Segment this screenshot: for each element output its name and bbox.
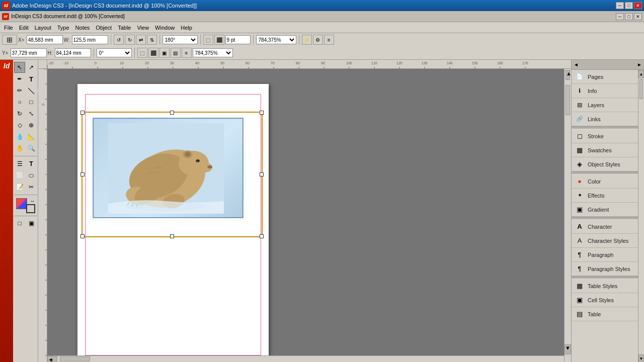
line-tool[interactable]: │ bbox=[23, 82, 39, 98]
flip-v-icon[interactable]: ⇅ bbox=[147, 35, 157, 45]
rotate-tool[interactable]: ↻ bbox=[14, 108, 25, 119]
canvas-area[interactable]: -20 -10 0 10 20 30 40 50 60 bbox=[38, 60, 571, 362]
menu-edit[interactable]: Edit bbox=[16, 24, 32, 32]
toolbar2-icon1[interactable]: ⬚ bbox=[137, 48, 147, 58]
hscroll-thumb[interactable] bbox=[60, 356, 90, 361]
menu-view[interactable]: View bbox=[134, 24, 152, 32]
panel-gradient[interactable]: ▣ Gradient bbox=[572, 203, 644, 217]
measure-tool[interactable]: 📐 bbox=[26, 131, 37, 142]
handle-bl[interactable] bbox=[80, 234, 85, 238]
menu-window[interactable]: Window bbox=[152, 24, 178, 32]
normal-view-tool[interactable]: □ bbox=[14, 218, 25, 229]
ellipse-tool[interactable]: ○ bbox=[14, 97, 25, 108]
y-input[interactable] bbox=[11, 48, 47, 57]
flip-h-icon[interactable]: ⇄ bbox=[136, 35, 146, 45]
h-input[interactable] bbox=[55, 48, 91, 57]
panel-table[interactable]: ▤ Table bbox=[572, 307, 644, 321]
w-input[interactable] bbox=[72, 35, 108, 44]
panel-arrow-right[interactable]: ► bbox=[637, 62, 642, 67]
handle-tc[interactable] bbox=[170, 111, 174, 115]
menu-layout[interactable]: Layout bbox=[32, 24, 54, 32]
toolbar2-icon4[interactable]: ▤ bbox=[171, 48, 181, 58]
toolbar2-icon2[interactable]: ⬛ bbox=[148, 48, 158, 58]
inner-minimize-button[interactable]: ─ bbox=[616, 13, 624, 20]
fill-color[interactable] bbox=[16, 198, 27, 209]
angle-select[interactable]: 180° 0° 90° 270° bbox=[163, 35, 198, 44]
menu-notes[interactable]: Notes bbox=[72, 24, 93, 32]
metrics-grid-icon[interactable]: ⊞ bbox=[2, 35, 17, 45]
shear-tool[interactable]: ◇ bbox=[14, 120, 25, 131]
panel-effects[interactable]: ✦ Effects bbox=[572, 189, 644, 203]
image-frame[interactable] bbox=[82, 112, 263, 237]
handle-ml[interactable] bbox=[80, 172, 85, 176]
handle-mr[interactable] bbox=[260, 172, 264, 176]
transform-tool[interactable]: ⊕ bbox=[26, 120, 37, 131]
zoom-select[interactable]: 784,375% bbox=[256, 35, 296, 44]
frame-type-tool[interactable]: T bbox=[26, 158, 37, 169]
frame-rect-tool[interactable]: ⬜ bbox=[14, 170, 25, 181]
inner-maximize-button[interactable]: □ bbox=[625, 13, 633, 20]
hscroll-left-btn[interactable]: ◄ bbox=[47, 356, 57, 362]
scissors-tool[interactable]: ✂ bbox=[26, 182, 37, 193]
rotate-ccw-icon[interactable]: ↺ bbox=[114, 35, 124, 45]
panel-arrow-left[interactable]: ◄ bbox=[574, 62, 579, 67]
horizontal-scrollbar[interactable]: ◄ bbox=[47, 355, 564, 362]
note-tool[interactable]: 📝 bbox=[14, 182, 25, 193]
toolbar-icon-group2[interactable]: ⬛ bbox=[214, 35, 224, 45]
panel-swatches[interactable]: ▦ Swatches bbox=[572, 143, 644, 157]
x-input[interactable] bbox=[27, 35, 63, 44]
panel-scrollbar[interactable]: ▲ ▼ bbox=[638, 70, 644, 362]
menu-type[interactable]: Type bbox=[54, 24, 72, 32]
panel-cell-styles[interactable]: ▣ Cell Styles bbox=[572, 293, 644, 307]
color-selector[interactable]: ↔ bbox=[16, 198, 35, 213]
swap-colors-icon[interactable]: ↔ bbox=[30, 198, 35, 204]
panel-paragraph-styles[interactable]: ¶ Paragraph Styles bbox=[572, 262, 644, 276]
panel-character-styles[interactable]: A Character Styles bbox=[572, 234, 644, 248]
zoom-tool[interactable]: 🔍 bbox=[26, 143, 37, 154]
panel-object-styles[interactable]: ◈ Object Styles bbox=[572, 157, 644, 171]
preview-view-tool[interactable]: ▣ bbox=[26, 218, 37, 229]
rotate-cw-icon[interactable]: ↻ bbox=[125, 35, 135, 45]
hand-tool[interactable]: ✋ bbox=[14, 143, 25, 154]
frame-oval-tool[interactable]: ⬭ bbox=[26, 170, 37, 181]
expand-icon[interactable]: ≡ bbox=[324, 35, 334, 45]
lightning-icon[interactable]: ⚡ bbox=[302, 35, 312, 45]
close-button[interactable]: ✕ bbox=[634, 2, 642, 9]
shear-select[interactable]: 0° bbox=[97, 48, 132, 57]
handle-bc[interactable] bbox=[170, 234, 174, 238]
handle-tr[interactable] bbox=[260, 111, 264, 115]
panel-paragraph[interactable]: ¶ Paragraph bbox=[572, 248, 644, 262]
stroke-color[interactable] bbox=[26, 204, 35, 213]
panel-character[interactable]: A Character bbox=[572, 220, 644, 234]
panel-scroll-down[interactable]: ▼ bbox=[638, 354, 644, 362]
toolbar-icon-group1[interactable]: ⬚ bbox=[203, 35, 213, 45]
menu-help[interactable]: Help bbox=[178, 24, 195, 32]
menu-object[interactable]: Object bbox=[93, 24, 115, 32]
vscroll-down-btn[interactable]: ▼ bbox=[565, 344, 571, 354]
menu-table[interactable]: Table bbox=[115, 24, 134, 32]
pt-input[interactable] bbox=[225, 35, 251, 44]
menu-file[interactable]: File bbox=[1, 24, 16, 32]
panel-layers[interactable]: ▤ Layers bbox=[572, 98, 644, 112]
panel-table-styles[interactable]: ▦ Table Styles bbox=[572, 279, 644, 293]
direct-select-tool[interactable]: ↗ bbox=[26, 62, 37, 73]
scale-tool[interactable]: ⤡ bbox=[26, 108, 37, 119]
minimize-button[interactable]: ─ bbox=[616, 2, 624, 9]
vscroll-up-btn[interactable]: ▲ bbox=[566, 70, 570, 80]
pen-tool[interactable]: ✒ bbox=[14, 73, 25, 84]
handle-br[interactable] bbox=[260, 234, 264, 238]
zoom2-select[interactable]: 784,375% bbox=[193, 48, 233, 57]
handle-tl[interactable] bbox=[80, 111, 85, 115]
vscroll-thumb[interactable] bbox=[566, 85, 570, 115]
canvas-content[interactable] bbox=[47, 69, 571, 362]
panel-pages[interactable]: 📄 Pages bbox=[572, 70, 644, 84]
select-tool[interactable]: ↖ bbox=[14, 62, 25, 73]
inner-close-button[interactable]: ✕ bbox=[634, 13, 642, 20]
panel-stroke[interactable]: ◻ Stroke bbox=[572, 129, 644, 143]
panel-scroll-thumb[interactable] bbox=[639, 79, 643, 99]
panel-color[interactable]: ● Color bbox=[572, 174, 644, 189]
panel-info[interactable]: ℹ Info bbox=[572, 84, 644, 98]
panel-scroll-up[interactable]: ▲ bbox=[638, 70, 644, 78]
settings-icon[interactable]: ⚙ bbox=[313, 35, 323, 45]
toolbar2-icon3[interactable]: ▣ bbox=[159, 48, 170, 58]
